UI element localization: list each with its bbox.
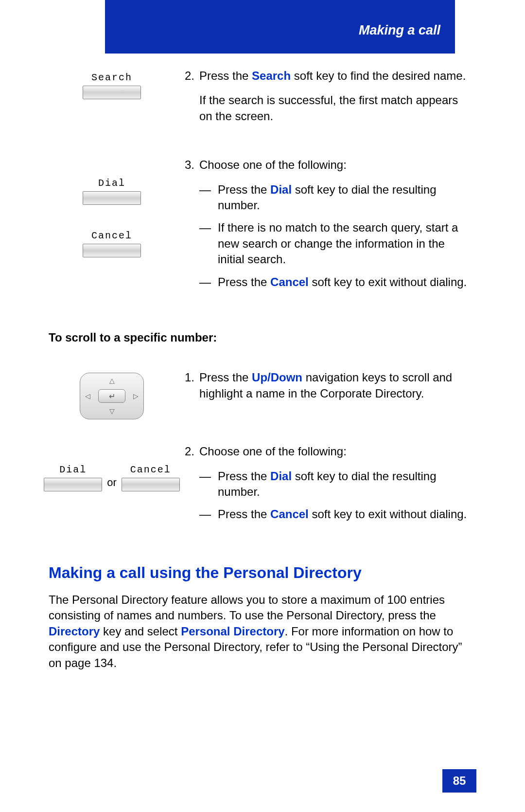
step-text: Press the Search soft key to find the de… bbox=[199, 68, 472, 84]
step-2-row: Search 2.Press the Search soft key to fi… bbox=[49, 68, 476, 133]
step-number: 2. bbox=[185, 444, 199, 459]
cancel-softkey-label: Cancel bbox=[91, 229, 132, 242]
scroll-step-1-keys: △ ▽ ◁ ▷ ↵ bbox=[49, 370, 175, 419]
search-softkey: Search bbox=[83, 71, 141, 99]
or-text: or bbox=[107, 475, 117, 492]
cancel-softkey: Cancel bbox=[122, 463, 180, 491]
dash-item: —If there is no match to the search quer… bbox=[199, 220, 472, 267]
chapter-header: Making a call bbox=[105, 0, 455, 54]
cancel-softkey-button bbox=[83, 244, 141, 257]
keyword-directory: Directory bbox=[49, 625, 100, 638]
keyword-cancel: Cancel bbox=[270, 275, 309, 289]
search-softkey-button bbox=[83, 86, 141, 99]
dash-item: —Press the Cancel soft key to exit witho… bbox=[199, 506, 472, 522]
dial-softkey-label: Dial bbox=[59, 463, 87, 476]
step-2-keys: Search bbox=[49, 68, 175, 99]
step-text: Press the Up/Down navigation keys to scr… bbox=[199, 370, 472, 401]
step-text: Choose one of the following: bbox=[199, 444, 472, 459]
step-number: 1. bbox=[185, 370, 199, 385]
page-content: Search 2.Press the Search soft key to fi… bbox=[49, 68, 476, 671]
scroll-step-2-row: Dial or Cancel 2.Choose one of the follo… bbox=[49, 444, 476, 538]
keyword-personal-directory: Personal Directory bbox=[181, 625, 284, 638]
step-text: Choose one of the following: bbox=[199, 157, 472, 173]
scroll-step-1-text: 1.Press the Up/Down navigation keys to s… bbox=[185, 370, 476, 410]
step-2-text: 2.Press the Search soft key to find the … bbox=[185, 68, 476, 133]
dash-item: —Press the Cancel soft key to exit witho… bbox=[199, 274, 472, 290]
nav-left-icon: ◁ bbox=[85, 392, 90, 401]
dial-softkey-button bbox=[44, 478, 102, 491]
step-3-row: Dial Cancel 3.Choose one of the followin… bbox=[49, 157, 476, 306]
step-number: 2. bbox=[185, 68, 199, 84]
keyword-cancel: Cancel bbox=[270, 507, 309, 521]
cancel-softkey-label: Cancel bbox=[130, 463, 171, 476]
step-3-text: 3.Choose one of the following: —Press th… bbox=[185, 157, 476, 306]
section-paragraph: The Personal Directory feature allows yo… bbox=[49, 592, 476, 671]
nav-down-icon: ▽ bbox=[109, 407, 115, 416]
step-3-keys: Dial Cancel bbox=[49, 157, 175, 257]
step-text: If the search is successful, the first m… bbox=[199, 92, 472, 124]
cancel-softkey: Cancel bbox=[83, 229, 141, 257]
subheading: To scroll to a specific number: bbox=[49, 330, 476, 345]
cancel-softkey-button bbox=[122, 478, 180, 491]
dash-item: —Press the Dial soft key to dial the res… bbox=[199, 469, 472, 500]
search-softkey-label: Search bbox=[91, 71, 132, 84]
chapter-title: Making a call bbox=[359, 21, 440, 39]
dial-softkey: Dial bbox=[44, 463, 102, 491]
keyword-dial: Dial bbox=[270, 183, 292, 196]
nav-key-icon: △ ▽ ◁ ▷ ↵ bbox=[80, 373, 144, 419]
scroll-step-2-keys: Dial or Cancel bbox=[49, 444, 175, 491]
keyword-search: Search bbox=[252, 69, 291, 82]
dash-item: —Press the Dial soft key to dial the res… bbox=[199, 182, 472, 214]
nav-enter-icon: ↵ bbox=[98, 389, 125, 403]
dial-softkey-button bbox=[83, 191, 141, 205]
keyword-dial: Dial bbox=[270, 469, 292, 483]
scroll-step-2-text: 2.Choose one of the following: —Press th… bbox=[185, 444, 476, 538]
step-number: 3. bbox=[185, 157, 199, 173]
scroll-step-1-row: △ ▽ ◁ ▷ ↵ 1.Press the Up/Down navigation… bbox=[49, 370, 476, 419]
nav-right-icon: ▷ bbox=[133, 392, 139, 401]
section-title: Making a call using the Personal Directo… bbox=[49, 562, 476, 583]
page-number: 85 bbox=[442, 769, 476, 793]
keyword-updown: Up/Down bbox=[252, 371, 302, 384]
dial-softkey-label: Dial bbox=[98, 177, 125, 190]
nav-up-icon: △ bbox=[109, 376, 115, 385]
dial-softkey: Dial bbox=[83, 177, 141, 205]
